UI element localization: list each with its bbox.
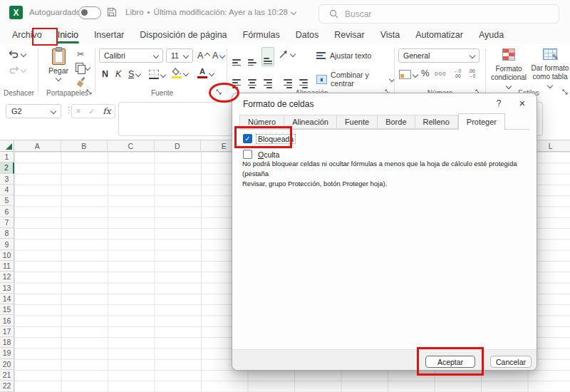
chevron-down-icon: [85, 64, 90, 70]
column-header-C[interactable]: C: [108, 140, 155, 152]
merge-center-button[interactable]: Combinar y centrar: [316, 71, 394, 88]
align-top-button[interactable]: [232, 51, 241, 66]
tab-inicio[interactable]: Inicio: [50, 27, 86, 43]
column-header-A[interactable]: A: [14, 140, 61, 152]
dialog-tab-numero[interactable]: Número: [239, 115, 284, 129]
row-header-6[interactable]: 6: [0, 206, 14, 217]
wrap-text-button[interactable]: Ajustar texto: [316, 51, 371, 60]
search-input[interactable]: Buscar: [318, 4, 559, 24]
row-header-14[interactable]: 14: [0, 294, 14, 304]
document-title[interactable]: Libro • Última modificación: Ayer a las …: [125, 8, 296, 16]
tab-revisar[interactable]: Revisar: [326, 27, 372, 43]
hidden-checkbox-row[interactable]: Oculta: [243, 150, 281, 159]
group-deshacer: Deshacer: [0, 44, 38, 98]
comma-style-button[interactable]: 000: [435, 71, 446, 77]
row-header-10[interactable]: 10: [0, 250, 14, 261]
row-header-13[interactable]: 13: [0, 283, 14, 294]
cancel-icon[interactable]: ×: [76, 106, 81, 116]
dialog-tab-fuente[interactable]: Fuente: [337, 115, 378, 129]
save-icon[interactable]: [106, 6, 118, 18]
increase-indent-button[interactable]: [299, 71, 308, 88]
underline-button[interactable]: S: [128, 69, 140, 79]
hidden-checkbox[interactable]: [243, 150, 252, 159]
row-header-20[interactable]: 20: [0, 359, 14, 370]
align-bottom-button[interactable]: [261, 47, 274, 66]
bold-button[interactable]: N: [102, 69, 108, 79]
row-header-15[interactable]: 15: [0, 304, 14, 315]
row-header-12[interactable]: 12: [0, 272, 14, 282]
fill-color-button[interactable]: [172, 68, 188, 78]
font-dialog-launcher[interactable]: [216, 89, 222, 96]
accept-button[interactable]: Aceptar: [425, 356, 475, 368]
autosave-toggle[interactable]: [78, 6, 101, 19]
locked-checkbox-row[interactable]: ✓ Bloqueada: [243, 134, 295, 143]
tab-vista[interactable]: Vista: [373, 27, 408, 43]
excel-logo-icon[interactable]: X: [9, 6, 23, 19]
tab-formulas[interactable]: Fórmulas: [235, 27, 288, 43]
undo-button[interactable]: [9, 50, 26, 58]
tab-automatizar[interactable]: Automatizar: [408, 27, 471, 43]
number-format-select[interactable]: General: [398, 48, 480, 63]
copy-button[interactable]: [76, 63, 90, 72]
conditional-formatting-button[interactable]: Formato condicional: [489, 48, 529, 91]
row-header-16[interactable]: 16: [0, 315, 14, 326]
row-header-7[interactable]: 7: [0, 217, 14, 228]
decrease-indent-button[interactable]: [284, 71, 292, 88]
row-header-1[interactable]: 1: [0, 152, 14, 163]
cancel-button[interactable]: Cancelar: [490, 356, 532, 368]
row-header-4[interactable]: 4: [0, 185, 14, 195]
align-middle-button[interactable]: [248, 51, 256, 66]
font-name-select[interactable]: Calibri: [99, 48, 163, 63]
decrease-font-button[interactable]: A: [212, 51, 224, 61]
tab-datos[interactable]: Datos: [288, 27, 327, 43]
percent-style-button[interactable]: %: [421, 68, 430, 78]
decrease-decimal-button[interactable]: .00→0: [468, 68, 475, 78]
tab-disposicion[interactable]: Disposición de página: [132, 27, 234, 43]
dialog-tab-alineacion[interactable]: Alineación: [284, 115, 337, 129]
accounting-format-button[interactable]: [399, 70, 418, 79]
increase-decimal-button[interactable]: ←0.00: [454, 68, 461, 78]
orientation-button[interactable]: [279, 49, 295, 58]
ribbon-tab-bar: Archivo Inicio Insertar Disposición de p…: [0, 26, 570, 44]
paste-button[interactable]: Pegar: [44, 48, 73, 93]
insert-function-icon[interactable]: fx: [103, 106, 110, 116]
redo-button[interactable]: [9, 66, 26, 74]
select-all-corner[interactable]: [0, 140, 14, 152]
tab-insertar[interactable]: Insertar: [86, 27, 132, 43]
dialog-tab-borde[interactable]: Borde: [378, 115, 415, 129]
font-color-button[interactable]: A: [197, 68, 214, 78]
row-header-17[interactable]: 17: [0, 326, 14, 337]
row-header-3[interactable]: 3: [0, 174, 14, 185]
row-header-8[interactable]: 8: [0, 228, 14, 239]
row-header-22[interactable]: 22: [0, 381, 14, 391]
tab-archivo[interactable]: Archivo: [4, 27, 50, 43]
column-header-D[interactable]: D: [155, 140, 202, 152]
name-box[interactable]: G2: [6, 104, 61, 118]
row-header-21[interactable]: 21: [0, 370, 14, 381]
borders-button[interactable]: [149, 70, 165, 79]
row-header-11[interactable]: 11: [0, 261, 14, 272]
row-header-18[interactable]: 18: [0, 337, 14, 348]
dialog-tab-proteger[interactable]: Proteger: [458, 113, 505, 130]
format-as-table-button[interactable]: ✎ Dar formato como tabla: [530, 48, 570, 90]
align-right-button[interactable]: [264, 71, 272, 88]
align-left-button[interactable]: [232, 71, 241, 88]
increase-font-button[interactable]: A: [197, 51, 209, 61]
row-header-19[interactable]: 19: [0, 348, 14, 359]
column-header-B[interactable]: B: [61, 140, 108, 152]
row-header-5[interactable]: 5: [0, 195, 14, 206]
clipboard-dialog-launcher[interactable]: [86, 89, 93, 96]
align-center-button[interactable]: [248, 71, 256, 88]
row-header-9[interactable]: 9: [0, 239, 14, 249]
italic-button[interactable]: K: [115, 69, 121, 79]
enter-icon[interactable]: ✓: [88, 107, 95, 116]
tab-ayuda[interactable]: Ayuda: [471, 27, 512, 43]
cut-button[interactable]: ✂: [77, 49, 84, 59]
locked-checkbox[interactable]: ✓: [243, 134, 252, 143]
styles-dialog-launcher[interactable]: [562, 89, 569, 96]
dialog-tab-relleno[interactable]: Relleno: [415, 115, 458, 129]
close-icon[interactable]: ×: [516, 97, 529, 109]
row-header-2[interactable]: 2: [0, 163, 14, 173]
help-button[interactable]: ?: [492, 98, 505, 108]
font-size-select[interactable]: 11: [166, 48, 193, 63]
